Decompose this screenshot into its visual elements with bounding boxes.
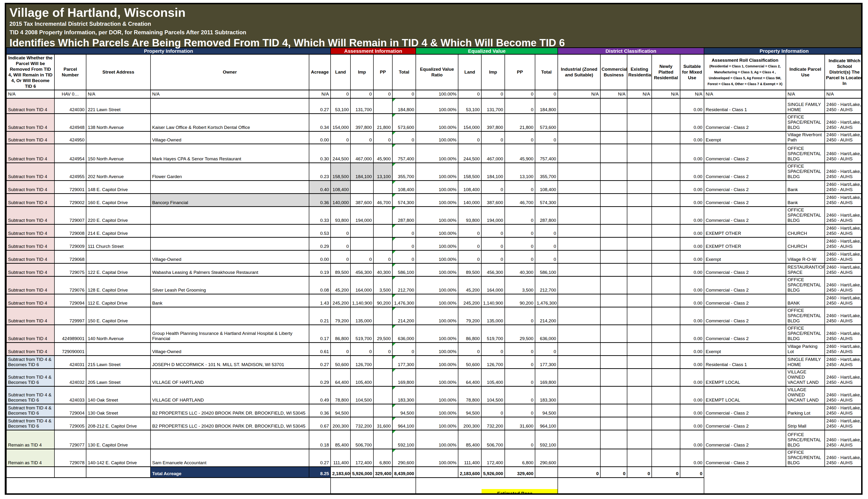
cell-assess-pp[interactable]: 0 [373, 343, 392, 356]
cell-status[interactable]: Subtract from TID 4 [7, 163, 55, 181]
cell-parcel-use[interactable]: Bank [786, 194, 825, 207]
cell-school-district[interactable]: 2460 - Hart/Lake, 2450 - AUHS [825, 251, 863, 264]
cell-street-address[interactable]: 221 Lawn Street [86, 98, 151, 114]
cell-existing-residential[interactable] [627, 207, 652, 224]
cell-eq-imp[interactable]: 0 [481, 224, 505, 238]
cell-roll-classification[interactable]: N/A [704, 90, 786, 98]
total-evr-empty[interactable] [416, 467, 458, 478]
total-eq-imp[interactable]: 5,926,000 [481, 467, 505, 478]
cell-parcel-use[interactable]: OFFICE SPACE/RENTAL BLDG [786, 144, 825, 163]
cell-eq-pp[interactable]: 0 [505, 181, 535, 194]
cell-equalized-value-ratio[interactable]: 100.00% [416, 90, 458, 98]
cell-assess-land[interactable]: 140,000 [331, 194, 350, 207]
cell-assess-total[interactable]: 964,100 [392, 417, 416, 430]
cell-assess-total[interactable]: 169,800 [392, 369, 416, 387]
cell-assess-imp[interactable]: 184,100 [350, 163, 373, 181]
cell-eq-imp[interactable]: 0 [481, 181, 505, 194]
cell-status[interactable]: Subtract from TID 4 [7, 325, 55, 343]
cell-commercial-business[interactable]: N/A [601, 90, 627, 98]
cell-eq-imp[interactable]: 164,000 [481, 277, 505, 294]
total-eq-total-empty[interactable] [535, 467, 558, 478]
cell-assess-pp[interactable] [373, 238, 392, 251]
cell-equalized-value-ratio[interactable]: 100.00% [416, 417, 458, 430]
cell-assess-pp[interactable] [373, 98, 392, 114]
cell-school-district[interactable]: 2460 - Hart/Lake, 2450 - AUHS [825, 144, 863, 163]
cell-acreage[interactable]: 0.27 [309, 98, 331, 114]
cell-eq-imp[interactable]: 184,100 [481, 163, 505, 181]
cell-owner[interactable]: VILLAGE OF HARTLAND [151, 369, 309, 387]
cell-assess-land[interactable]: 50,600 [331, 356, 350, 369]
cell-school-district[interactable]: 2460 - Hart/Lake, 2450 - AUHS [825, 224, 863, 238]
cell-status[interactable]: Subtract from TID 4 [7, 264, 55, 277]
cell-eq-total[interactable]: 1,476,300 [535, 294, 558, 307]
cell-commercial-business[interactable] [601, 277, 627, 294]
cell-street-address[interactable]: 215 Lawn Street [86, 356, 151, 369]
cell-newly-platted[interactable] [652, 238, 680, 251]
cell-assess-pp[interactable]: 40,300 [373, 264, 392, 277]
cell-roll-classification[interactable]: Commercial - Class 2 [704, 307, 786, 325]
cell-school-district[interactable]: 2460 - Hart/Lake, 2450 - AUHS [825, 307, 863, 325]
cell-eq-land[interactable]: 45,200 [458, 277, 481, 294]
cell-eq-land[interactable]: 111,400 [458, 449, 481, 467]
cell-acreage[interactable]: 0.27 [309, 449, 331, 467]
cell-street-address[interactable]: 138 North Avenue [86, 114, 151, 132]
cell-existing-residential[interactable] [627, 114, 652, 132]
cell-mixed-use[interactable]: 0.00 [680, 449, 704, 467]
cell-owner[interactable] [151, 224, 309, 238]
cell-industrial[interactable] [558, 430, 601, 449]
cell-school-district[interactable]: 2460 - Hart/Lake, 2450 - AUHS [825, 207, 863, 224]
cell-mixed-use[interactable]: 0.00 [680, 207, 704, 224]
cell-eq-land[interactable]: 78,800 [458, 387, 481, 404]
cell-assess-imp[interactable]: 732,200 [350, 417, 373, 430]
bottom-right-empty-region[interactable] [704, 467, 863, 495]
cell-mixed-use[interactable]: 0.00 [680, 325, 704, 343]
cell-parcel-use[interactable]: OFFICE SPACE/RENTAL BLDG [786, 430, 825, 449]
total-acreage-value[interactable]: 8.25 [309, 467, 331, 478]
cell-parcel-number[interactable]: 424948 [55, 114, 86, 132]
cell-street-address[interactable]: 148 E. Capitol Drive [86, 181, 151, 194]
cell-roll-classification[interactable]: Exempt [704, 251, 786, 264]
total-row-empty-c[interactable] [86, 467, 151, 478]
cell-newly-platted[interactable] [652, 98, 680, 114]
cell-status[interactable]: Subtract from TID 4 & Becomes TID 6 [7, 417, 55, 430]
cell-eq-land[interactable]: 85,400 [458, 430, 481, 449]
cell-eq-pp[interactable]: 0 [505, 369, 535, 387]
cell-roll-classification[interactable]: Commercial - Class 2 [704, 294, 786, 307]
cell-street-address[interactable] [86, 251, 151, 264]
cell-assess-pp[interactable]: 0 [373, 90, 392, 98]
cell-assess-total[interactable]: 0 [392, 224, 416, 238]
cell-existing-residential[interactable] [627, 224, 652, 238]
cell-eq-land[interactable]: 50,600 [458, 356, 481, 369]
total-eq-pp[interactable]: 329,400 [505, 467, 535, 478]
cell-mixed-use[interactable]: 0.00 [680, 369, 704, 387]
cell-street-address[interactable]: 130 E. Capitol Drive [86, 430, 151, 449]
cell-roll-classification[interactable]: Residential - Class 1 [704, 356, 786, 369]
cell-owner[interactable]: B2 PROPERTIES LLC - 20420 BROOK PARK DR.… [151, 417, 309, 430]
cell-newly-platted[interactable] [652, 264, 680, 277]
cell-commercial-business[interactable] [601, 294, 627, 307]
cell-newly-platted[interactable] [652, 277, 680, 294]
cell-status[interactable]: Subtract from TID 4 [7, 343, 55, 356]
cell-acreage[interactable]: 0.23 [309, 163, 331, 181]
cell-status[interactable]: Subtract from TID 4 [7, 194, 55, 207]
cell-existing-residential[interactable] [627, 238, 652, 251]
cell-street-address[interactable]: 122 E. Capital Drive [86, 264, 151, 277]
cell-newly-platted[interactable] [652, 307, 680, 325]
total-acreage-label[interactable]: Total Acreage [151, 467, 309, 478]
cell-parcel-use[interactable]: Village Riverfront Path [786, 132, 825, 144]
cell-industrial[interactable] [558, 404, 601, 417]
cell-industrial[interactable] [558, 277, 601, 294]
cell-school-district[interactable]: 2460 - Hart/Lake, 2450 - AUHS [825, 369, 863, 387]
cell-eq-land[interactable]: 64,400 [458, 369, 481, 387]
cell-owner[interactable] [151, 207, 309, 224]
cell-street-address[interactable] [86, 343, 151, 356]
cell-parcel-number[interactable]: 729008 [55, 224, 86, 238]
cell-owner[interactable]: Group Health Planning Insurance & Hartla… [151, 325, 309, 343]
cell-existing-residential[interactable]: N/A [627, 90, 652, 98]
cell-eq-land[interactable]: 0 [458, 251, 481, 264]
cell-eq-total[interactable]: 212,700 [535, 277, 558, 294]
cell-newly-platted[interactable] [652, 356, 680, 369]
cell-acreage[interactable]: 0.17 [309, 325, 331, 343]
cell-school-district[interactable]: 2460 - Hart/Lake, 2450 - AUHS [825, 238, 863, 251]
cell-mixed-use[interactable]: 0.00 [680, 132, 704, 144]
